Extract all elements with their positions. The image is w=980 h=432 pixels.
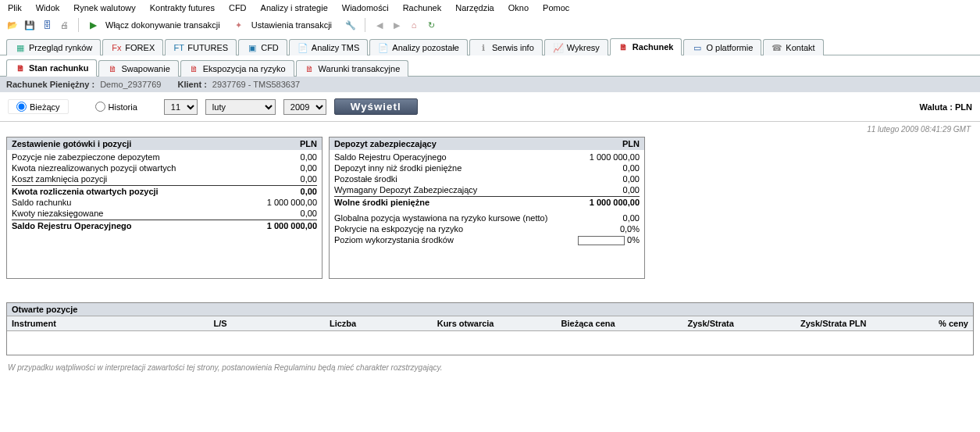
account-value: Demo_2937769 [100,80,161,89]
print-icon[interactable]: 🖨 [58,19,70,31]
col-zysk-strata-pln[interactable]: Zysk/Strata PLN [772,319,895,328]
row-value: 1 000 000,00 [239,198,317,207]
home-icon[interactable]: ⌂ [408,19,420,31]
menu-widok[interactable]: Widok [36,3,60,12]
tab-label: CFD [261,43,279,52]
tab-kontakt[interactable]: ☎Kontakt [763,39,823,55]
col-kurs-otwarcia[interactable]: Kurs otwarcia [404,319,527,328]
row-value: 0,0% [561,224,640,234]
row-value: 1 000 000,00 [561,198,640,207]
chart-icon: 📈 [553,42,564,53]
col-procent-ceny[interactable]: % ceny [895,319,968,328]
menu-narzedzia[interactable]: Narzędzia [455,3,494,12]
tab-o-platformie[interactable]: ▭O platformie [683,39,761,55]
row-value: 0% [561,235,640,245]
col-biezaca-cena[interactable]: Bieżąca cena [527,319,650,328]
tab-label: Stan rachunku [29,63,88,73]
tab-label: FOREX [125,43,155,52]
doc-icon: 🗎 [107,63,118,74]
menu-wiadomosci[interactable]: Wiadomości [342,3,389,12]
tab-label: Rachunek [633,42,674,52]
row-label: Globalna pozycja wystawiona na ryzyko ku… [334,213,561,223]
refresh-icon[interactable]: ↻ [425,19,437,31]
analysis-icon: 📄 [378,42,389,53]
col-ls[interactable]: L/S [159,319,281,328]
tab-wykresy[interactable]: 📈Wykresy [544,39,608,55]
save-icon[interactable]: 💾 [23,19,36,31]
display-button[interactable]: Wyświetl [334,98,418,115]
tab-cfd[interactable]: ▣CFD [238,39,287,55]
row-label: Saldo rachunku [12,198,239,207]
row-label: Koszt zamknięcia pozycji [12,174,239,184]
year-select[interactable]: 2009 [283,99,326,115]
month-select[interactable]: luty [205,99,276,115]
tab-label: Analizy pozostałe [392,43,459,52]
trade-settings-label[interactable]: Ustawienia transakcji [251,20,332,30]
row: Wymagany Depozyt Zabezpieczający0,00 [334,184,640,195]
tab-forex[interactable]: FxFOREX [102,39,163,55]
subtab-stan-rachunku[interactable]: 🗎Stan rachunku [6,59,97,77]
wand-icon[interactable]: ✦ [233,19,245,31]
row-label: Depozyt inny niż środki pieniężne [334,163,561,173]
radio-history[interactable]: Historia [87,100,145,113]
tab-label: Serwis info [492,43,534,52]
separator [78,18,79,32]
row: Koszt zamknięcia pozycji0,00 [12,173,317,184]
menu-cfd[interactable]: CFD [229,3,247,12]
radio-history-input[interactable] [95,102,105,112]
wrench-icon[interactable]: 🔧 [344,19,357,31]
row-value: 1 000 000,00 [561,152,640,162]
tab-label: Kontakt [786,43,814,52]
row-value: 0,00 [561,174,640,184]
day-select[interactable]: 11 [164,99,198,115]
currency-label: Waluta : PLN [920,102,972,112]
row-value: 1 000 000,00 [239,221,317,230]
row: Globalna pozycja wystawiona na ryzyko ku… [334,212,640,223]
row: Pozostałe środki0,00 [334,173,640,184]
row-value-text: 0% [627,235,640,245]
forward-icon[interactable]: ▶ [390,19,403,31]
subtab-warunki[interactable]: 🗎Warunki transakcyjne [296,60,409,77]
tab-analizy-tms[interactable]: 📄Analizy TMS [289,39,369,55]
subtab-swapowanie[interactable]: 🗎Swapowanie [98,60,178,77]
cash-positions-panel: Zestawienie gotówki i pozycji PLN Pozycj… [6,137,323,279]
row: Kwota niezrealizowanych pozycji otwartyc… [12,162,317,173]
back-icon[interactable]: ◀ [373,19,386,31]
col-instrument[interactable]: Instrument [12,319,159,328]
row-label: Pozycje nie zabezpieczone depozytem [12,152,239,162]
col-liczba[interactable]: Liczba [282,319,404,328]
tab-futures[interactable]: FTFUTURES [165,39,237,55]
main-tab-bar: ▦Przegląd rynków FxFOREX FTFUTURES ▣CFD … [0,34,980,55]
tab-analizy-pozostale[interactable]: 📄Analizy pozostałe [369,39,468,55]
menu-pomoc[interactable]: Pomoc [543,3,569,12]
tab-serwis-info[interactable]: ℹSerwis info [469,39,543,55]
menu-rachunek[interactable]: Rachunek [403,3,442,12]
radio-current-input[interactable] [16,102,27,112]
row-label: Kwoty niezaksięgowane [12,209,239,218]
tab-rachunek[interactable]: 🗎Rachunek [610,38,682,55]
menu-plik[interactable]: Plik [8,3,22,12]
menu-rynek-walutowy[interactable]: Rynek walutowy [73,3,135,12]
tab-label: Wykresy [567,43,600,52]
open-icon[interactable]: 📂 [6,19,19,31]
play-icon[interactable]: ▶ [87,19,99,31]
col-zysk-strata[interactable]: Zysk/Strata [650,319,772,328]
save-all-icon[interactable]: 🗄 [41,19,53,31]
subtab-ekspozycja[interactable]: 🗎Ekspozycja na ryzyko [180,60,294,77]
filter-bar: Bieżący Historia 11 luty 2009 Wyświetl W… [0,92,980,122]
enable-trading-label[interactable]: Włącz dokonywanie transakcji [105,20,220,30]
tab-przeglad-rynkow[interactable]: ▦Przegląd rynków [6,39,101,55]
row-label: Pozostałe środki [334,174,561,184]
row-label: Pokrycie na eskpozycję na ryzyko [334,224,561,234]
futures-icon: FT [173,42,184,53]
row-value: 0,00 [239,163,317,173]
menu-kontrakty-futures[interactable]: Kontrakty futures [150,3,215,12]
analysis-icon: 📄 [298,42,308,53]
row-label: Wymagany Depozyt Zabezpieczający [334,185,561,195]
radio-current[interactable]: Bieżący [8,99,69,114]
menu-okno[interactable]: Okno [508,3,529,12]
positions-columns: Instrument L/S Liczba Kurs otwarcia Bież… [7,316,973,331]
menu-analizy[interactable]: Analizy i strategie [261,3,328,12]
panel-title: Depozyt zabezpieczający [334,139,437,148]
row-total: Kwota rozliczenia otwartych pozycji0,00 [12,185,317,197]
